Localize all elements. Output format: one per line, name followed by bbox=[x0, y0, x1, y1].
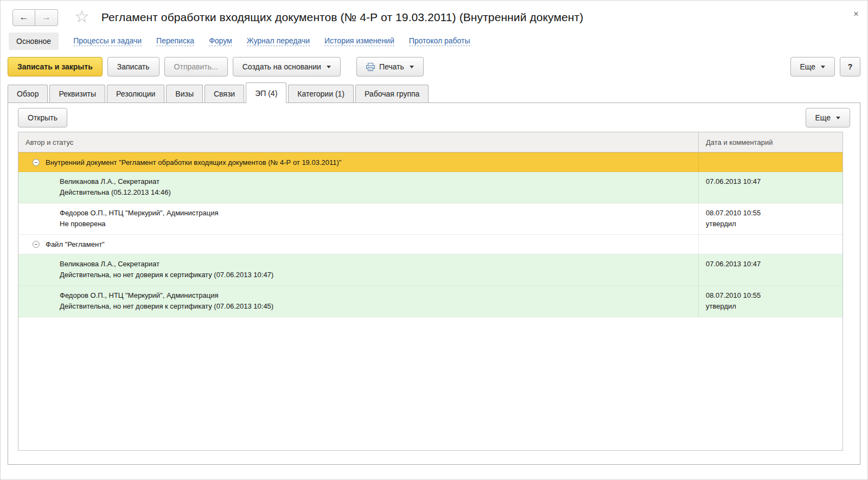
help-label: ? bbox=[848, 62, 853, 71]
nav-links-bar: Основное Процессы и задачиПерепискаФорум… bbox=[1, 30, 867, 53]
table-body: Внутренний документ "Регламент обработки… bbox=[18, 152, 843, 317]
author-status-cell: Великанова Л.А., Секретариат Действитель… bbox=[18, 254, 698, 285]
tab-5[interactable]: ЭП (4) bbox=[246, 82, 286, 103]
title-bar: ← → ☆ Регламент обработки входящих докум… bbox=[1, 1, 867, 30]
group-row[interactable]: Файл "Регламент" bbox=[18, 235, 843, 254]
date-comment-cell: 07.06.2013 10:47 bbox=[698, 254, 843, 285]
signature-row[interactable]: Великанова Л.А., Секретариат Действитель… bbox=[18, 172, 843, 203]
print-button[interactable]: Печать bbox=[356, 57, 424, 76]
column-header-date-comment[interactable]: Дата и комментарий bbox=[698, 132, 843, 152]
forward-button[interactable]: → bbox=[35, 9, 58, 26]
more-button[interactable]: Еще bbox=[790, 57, 835, 76]
date-text: 08.07.2010 10:55 bbox=[706, 208, 837, 219]
group-label: Файл "Регламент" bbox=[46, 240, 105, 248]
panel-more-label: Еще bbox=[815, 113, 831, 122]
group-date-cell bbox=[698, 235, 843, 254]
signature-row[interactable]: Федоров О.П., НТЦ "Меркурий", Администра… bbox=[18, 203, 843, 235]
history-buttons: ← → bbox=[12, 9, 58, 26]
save-label: Записать bbox=[117, 62, 150, 71]
author-status-cell: Великанова Л.А., Секретариат Действитель… bbox=[18, 172, 698, 203]
author-status-cell: Федоров О.П., НТЦ "Меркурий", Администра… bbox=[18, 203, 698, 234]
save-and-close-label: Записать и закрыть bbox=[17, 62, 93, 71]
favorite-star-icon[interactable]: ☆ bbox=[74, 8, 90, 25]
nav-link-1[interactable]: Переписка bbox=[156, 36, 194, 46]
date-comment-cell: 08.07.2010 10:55 утвердил bbox=[698, 203, 843, 234]
author-text: Федоров О.П., НТЦ "Меркурий", Администра… bbox=[60, 208, 693, 219]
command-bar: Записать и закрыть Записать Отправить...… bbox=[1, 53, 867, 81]
save-and-close-button[interactable]: Записать и закрыть bbox=[8, 57, 103, 76]
nav-item-main[interactable]: Основное bbox=[9, 33, 59, 50]
table-header: Автор и статус Дата и комментарий bbox=[18, 132, 843, 152]
back-button[interactable]: ← bbox=[12, 9, 35, 26]
panel-more-button[interactable]: Еще bbox=[806, 108, 851, 127]
group-row[interactable]: Внутренний документ "Регламент обработки… bbox=[18, 152, 843, 172]
chevron-down-icon bbox=[410, 66, 414, 68]
help-button[interactable]: ? bbox=[840, 57, 860, 76]
tab-0[interactable]: Обзор bbox=[8, 85, 48, 103]
group-date-cell bbox=[698, 153, 843, 171]
collapse-icon[interactable] bbox=[33, 159, 40, 166]
author-text: Великанова Л.А., Секретариат bbox=[60, 176, 693, 187]
status-text: Действительна, но нет доверия к сертифик… bbox=[60, 270, 693, 280]
author-status-cell: Федоров О.П., НТЦ "Меркурий", Администра… bbox=[18, 286, 698, 317]
date-text: 07.06.2013 10:47 bbox=[706, 176, 837, 187]
status-text: Действительна, но нет доверия к сертифик… bbox=[60, 301, 693, 312]
status-text: Действительна (05.12.2013 14:46) bbox=[60, 187, 693, 198]
document-window: ← → ☆ Регламент обработки входящих докум… bbox=[0, 0, 868, 480]
close-icon[interactable]: × bbox=[853, 9, 859, 18]
create-based-on-button[interactable]: Создать на основании bbox=[233, 57, 341, 76]
tab-6[interactable]: Категории (1) bbox=[288, 85, 354, 103]
collapse-icon[interactable] bbox=[33, 241, 40, 248]
signature-row[interactable]: Федоров О.П., НТЦ "Меркурий", Администра… bbox=[18, 286, 843, 317]
date-comment-cell: 07.06.2013 10:47 bbox=[698, 172, 843, 203]
forward-arrow-icon: → bbox=[42, 12, 51, 23]
tab-7[interactable]: Рабочая группа bbox=[355, 85, 429, 103]
comment-text: утвердил bbox=[706, 301, 837, 312]
more-label: Еще bbox=[800, 62, 816, 71]
create-based-on-label: Создать на основании bbox=[242, 62, 321, 71]
signature-row[interactable]: Великанова Л.А., Секретариат Действитель… bbox=[18, 254, 843, 286]
print-label: Печать bbox=[379, 62, 404, 71]
printer-icon bbox=[366, 63, 375, 71]
nav-link-4[interactable]: История изменений bbox=[324, 36, 394, 46]
chevron-down-icon bbox=[836, 117, 840, 119]
date-comment-cell: 08.07.2010 10:55 утвердил bbox=[698, 286, 843, 317]
chevron-down-icon bbox=[327, 66, 331, 68]
tab-3[interactable]: Визы bbox=[166, 85, 203, 103]
panel-toolbar: Открыть Еще bbox=[8, 103, 860, 132]
tab-2[interactable]: Резолюции bbox=[107, 85, 164, 103]
status-text: Не проверена bbox=[60, 219, 693, 229]
signatures-panel: Открыть Еще Автор и статус Дата и коммен… bbox=[8, 103, 860, 465]
nav-link-3[interactable]: Журнал передачи bbox=[247, 36, 310, 46]
send-label: Отправить... bbox=[174, 62, 218, 71]
date-text: 07.06.2013 10:47 bbox=[706, 259, 837, 270]
open-label: Открыть bbox=[28, 113, 58, 122]
author-text: Великанова Л.А., Секретариат bbox=[60, 259, 693, 270]
date-text: 08.07.2010 10:55 bbox=[706, 290, 837, 301]
save-button[interactable]: Записать bbox=[107, 57, 159, 76]
group-label: Внутренний документ "Регламент обработки… bbox=[46, 158, 341, 167]
open-button[interactable]: Открыть bbox=[18, 108, 67, 127]
tab-4[interactable]: Связи bbox=[205, 85, 244, 103]
tab-1[interactable]: Реквизиты bbox=[49, 85, 105, 103]
column-header-author-status[interactable]: Автор и статус bbox=[18, 132, 698, 152]
tab-strip: ОбзорРеквизитыРезолюцииВизыСвязиЭП (4)Ка… bbox=[1, 81, 867, 103]
back-arrow-icon: ← bbox=[20, 12, 29, 23]
send-button[interactable]: Отправить... bbox=[164, 57, 228, 76]
nav-link-2[interactable]: Форум bbox=[209, 36, 232, 46]
author-text: Федоров О.П., НТЦ "Меркурий", Администра… bbox=[60, 290, 693, 301]
nav-link-5[interactable]: Протокол работы bbox=[409, 36, 470, 46]
nav-link-0[interactable]: Процессы и задачи bbox=[73, 36, 142, 46]
page-title: Регламент обработки входящих документов … bbox=[101, 11, 583, 24]
chevron-down-icon bbox=[821, 66, 825, 68]
signatures-table: Автор и статус Дата и комментарий Внутре… bbox=[18, 132, 843, 451]
comment-text: утвердил bbox=[706, 219, 837, 229]
